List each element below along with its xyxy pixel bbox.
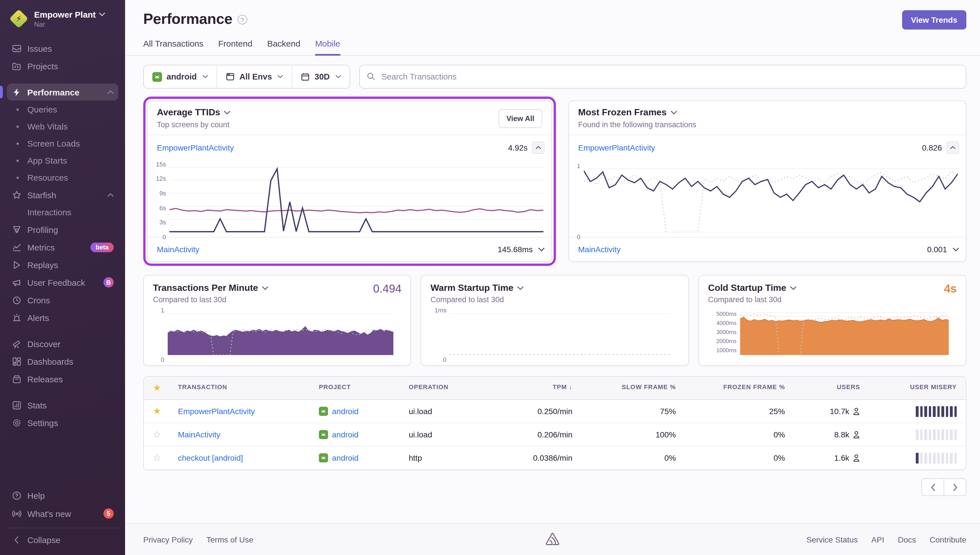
column-header-transaction[interactable]: TRANSACTION (169, 377, 310, 400)
star-cell[interactable]: ☆ (144, 423, 169, 446)
project-link[interactable]: android (332, 453, 358, 462)
star-cell[interactable]: ☆ (144, 446, 169, 470)
star-outline-icon[interactable]: ☆ (153, 453, 161, 462)
sidebar-item-stats[interactable]: Stats (7, 396, 118, 414)
transaction-link[interactable]: MainActivity (178, 430, 220, 439)
main-area: Performance ? View Trends All Transactio… (125, 0, 980, 555)
view-trends-button[interactable]: View Trends (902, 10, 966, 29)
column-header-tpm[interactable]: TPM ↓ (484, 377, 582, 400)
org-logo-icon: ⚡ (9, 9, 29, 29)
sidebar-item-projects[interactable]: Projects (7, 58, 118, 74)
footer-link-service-status[interactable]: Service Status (806, 535, 858, 544)
sidebar-item-dashboards[interactable]: Dashboards (7, 353, 118, 370)
collapse-row-button[interactable] (532, 141, 545, 154)
y-axis-tick: 15s (156, 161, 166, 168)
sidebar-item-what-s-new[interactable]: What's new5 (7, 505, 118, 522)
sidebar-item-user-feedback[interactable]: User FeedbackB (7, 274, 118, 291)
sidebar-item-web-vitals[interactable]: Web Vitals (7, 118, 118, 135)
footer-link-contribute[interactable]: Contribute (930, 535, 966, 544)
view-all-button[interactable]: View All (498, 109, 542, 128)
sidebar-item-alerts[interactable]: Alerts (7, 309, 118, 326)
tpm-cell: 0.0386/min (484, 446, 582, 470)
sidebar-item-replays[interactable]: Replays (7, 256, 118, 273)
sidebar-item-screen-loads[interactable]: Screen Loads (7, 135, 118, 152)
cold-startup-title[interactable]: Cold Startup Time (708, 283, 957, 293)
sidebar-item-releases[interactable]: Releases (7, 371, 118, 387)
star-cell[interactable]: ★ (144, 400, 169, 423)
next-page-button[interactable] (944, 478, 966, 496)
transaction-link[interactable]: MainActivity (578, 245, 620, 254)
column-header-project[interactable]: PROJECT (310, 377, 400, 400)
transaction-value: 145.68ms (498, 245, 533, 254)
sidebar-nav: IssuesProjectsPerformanceQueriesWeb Vita… (7, 40, 118, 440)
sidebar-item-settings[interactable]: Settings (7, 414, 118, 431)
column-header-slow-frame[interactable]: SLOW FRAME % (582, 377, 685, 400)
transaction-link[interactable]: EmpowerPlantActivity (178, 407, 255, 416)
chevron-down-icon (202, 75, 208, 79)
sidebar-item-app-starts[interactable]: App Starts (7, 152, 118, 169)
sidebar-item-issues[interactable]: Issues (7, 40, 118, 57)
expand-row-button[interactable] (538, 247, 545, 251)
sidebar-item-starfish[interactable]: Starfish (7, 186, 118, 204)
user-misery-bars (878, 429, 957, 440)
tab-all-transactions[interactable]: All Transactions (143, 38, 204, 55)
transaction-link[interactable]: EmpowerPlantActivity (578, 143, 655, 152)
sidebar-item-queries[interactable]: Queries (7, 101, 118, 117)
org-name: Empower Plant (34, 10, 96, 19)
sidebar-item-collapse[interactable]: Collapse (7, 528, 118, 549)
page-header: Performance ? View Trends All Transactio… (125, 0, 980, 56)
chevron-down-icon (790, 286, 796, 290)
tab-frontend[interactable]: Frontend (218, 38, 252, 55)
user-misery-bars (878, 406, 957, 417)
most-frozen-frames-title[interactable]: Most Frozen Frames (578, 107, 957, 117)
expand-row-button[interactable] (953, 247, 959, 251)
footer-link-terms-of-use[interactable]: Terms of Use (206, 535, 253, 544)
footer-link-privacy-policy[interactable]: Privacy Policy (143, 535, 193, 544)
sidebar-item-interactions[interactable]: Interactions (7, 204, 118, 220)
sidebar-item-crons[interactable]: Crons (7, 292, 118, 308)
footer-link-api[interactable]: API (871, 535, 884, 544)
tpm-title[interactable]: Transactions Per Minute (153, 283, 402, 293)
help-icon[interactable]: ? (238, 15, 247, 24)
footer-link-docs[interactable]: Docs (898, 535, 916, 544)
transactions-table: ★TRANSACTIONPROJECTOPERATIONTPM ↓SLOW FR… (143, 376, 966, 470)
transaction-link[interactable]: checkout [android] (178, 453, 243, 462)
column-header-users[interactable]: USERS (794, 377, 869, 400)
project-link[interactable]: android (332, 407, 358, 416)
sidebar-item-metrics[interactable]: Metricsbeta (7, 239, 118, 256)
average-ttids-title[interactable]: Average TTIDs (157, 107, 542, 117)
star-outline-icon[interactable]: ☆ (153, 430, 161, 439)
plot-area (740, 312, 949, 355)
star-filled-icon[interactable]: ★ (153, 407, 161, 416)
tab-mobile[interactable]: Mobile (315, 38, 340, 55)
sidebar-item-help[interactable]: Help (7, 487, 118, 504)
feedback-icon (11, 278, 22, 287)
slow-frame-cell: 75% (582, 400, 685, 423)
warm-startup-title[interactable]: Warm Startup Time (431, 283, 679, 293)
sidebar-item-discover[interactable]: Discover (7, 335, 118, 352)
window-icon (226, 72, 235, 81)
project-link[interactable]: android (332, 430, 358, 439)
org-switcher[interactable]: ⚡ Empower Plant Nar (7, 8, 118, 32)
collapse-row-button[interactable] (946, 141, 959, 154)
plot-area (168, 312, 394, 355)
sidebar-section: PerformanceQueriesWeb VitalsScreen Loads… (7, 83, 118, 326)
search-input[interactable] (359, 65, 966, 88)
column-header-user-misery[interactable]: USER MISERY (869, 377, 966, 400)
sidebar-item-label: Settings (27, 418, 58, 427)
transaction-link[interactable]: EmpowerPlantActivity (157, 143, 234, 152)
transaction-link[interactable]: MainActivity (157, 245, 199, 254)
sidebar-bottom-nav: HelpWhat's new5Collapse (7, 487, 118, 549)
android-icon (153, 72, 162, 82)
tab-backend[interactable]: Backend (267, 38, 300, 55)
environment-filter[interactable]: All Envs (217, 65, 292, 88)
previous-page-button[interactable] (921, 478, 944, 496)
column-header-operation[interactable]: OPERATION (400, 377, 484, 400)
column-header-frozen-frame[interactable]: FROZEN FRAME % (685, 377, 794, 400)
sidebar-item-resources[interactable]: Resources (7, 169, 118, 186)
date-range-filter[interactable]: 30D (292, 65, 350, 88)
y-axis-tick: 2000ms (716, 338, 736, 344)
sidebar-item-performance[interactable]: Performance (7, 83, 118, 101)
project-filter[interactable]: android (144, 65, 217, 88)
sidebar-item-profiling[interactable]: Profiling (7, 221, 118, 238)
